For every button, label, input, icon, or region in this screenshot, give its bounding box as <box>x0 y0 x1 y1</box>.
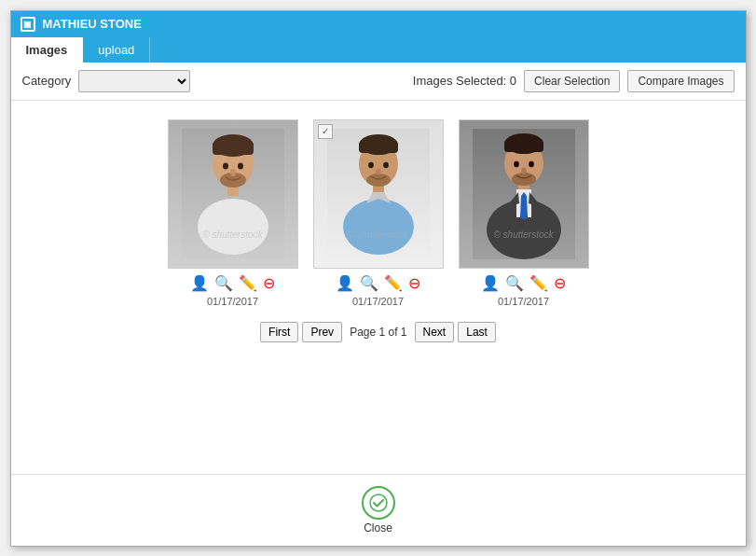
svg-point-31 <box>521 167 527 174</box>
close-button[interactable] <box>362 486 395 520</box>
delete-icon-3[interactable]: ⊖ <box>554 274 566 292</box>
image-frame-3[interactable]: © shutterstock <box>459 119 589 269</box>
images-selected-count: Images Selected: 0 <box>413 74 516 88</box>
window-icon: ▣ <box>21 17 35 32</box>
svg-point-5 <box>198 199 268 255</box>
person-icon-2[interactable]: 👤 <box>336 274 354 292</box>
delete-icon-1[interactable]: ⊖ <box>263 274 275 292</box>
svg-point-28 <box>514 160 519 166</box>
title-bar: ▣ MATHIEU STONE <box>11 11 746 37</box>
window-title: MATHIEU STONE <box>43 17 142 31</box>
category-label: Category <box>22 74 72 88</box>
image-frame-1[interactable]: © shutterstock <box>168 119 298 269</box>
svg-point-32 <box>370 494 387 511</box>
next-button[interactable]: Next <box>415 322 455 342</box>
person-icon-1[interactable]: 👤 <box>190 274 209 292</box>
image-date-1: 01/17/2017 <box>207 296 258 307</box>
svg-point-18 <box>366 174 391 187</box>
images-grid: © shutterstock 👤 🔍 ✏️ ⊖ 01/17/2017 <box>168 119 589 307</box>
main-content: © shutterstock 👤 🔍 ✏️ ⊖ 01/17/2017 <box>11 101 746 474</box>
svg-point-7 <box>238 162 243 169</box>
tab-bar: Images upload <box>11 37 746 63</box>
image-actions-2: 👤 🔍 ✏️ ⊖ <box>336 274 420 292</box>
checkbox-2[interactable]: ✓ <box>318 124 333 139</box>
zoom-icon-1[interactable]: 🔍 <box>214 274 233 292</box>
page-info: Page 1 of 1 <box>346 326 410 339</box>
image-date-2: 01/17/2017 <box>352 296 404 307</box>
svg-point-30 <box>512 173 536 186</box>
edit-icon-3[interactable]: ✏️ <box>529 274 548 292</box>
person-icon-3[interactable]: 👤 <box>481 274 500 292</box>
image-card-2: ✓ © shutterstock 👤 🔍 ✏️ ⊖ 01/17/2017 <box>313 119 444 307</box>
tab-images[interactable]: Images <box>11 37 84 63</box>
svg-rect-3 <box>213 142 254 155</box>
image-frame-2[interactable]: ✓ © shutterstock <box>313 119 444 269</box>
image-card-1: © shutterstock 👤 🔍 ✏️ ⊖ 01/17/2017 <box>168 119 298 307</box>
image-actions-1: 👤 🔍 ✏️ ⊖ <box>190 274 275 292</box>
svg-point-9 <box>230 169 236 176</box>
svg-point-15 <box>343 199 414 255</box>
image-card-3: © shutterstock 👤 🔍 ✏️ ⊖ 01/17/2017 <box>459 119 589 307</box>
image-actions-3: 👤 🔍 ✏️ ⊖ <box>481 274 566 292</box>
prev-button[interactable]: Prev <box>302 322 342 342</box>
last-button[interactable]: Last <box>458 322 496 342</box>
svg-rect-23 <box>504 141 543 152</box>
toolbar: Category Images Selected: 0 Clear Select… <box>11 63 746 101</box>
first-button[interactable]: First <box>260 322 298 342</box>
svg-point-6 <box>223 162 228 169</box>
svg-point-29 <box>529 160 534 166</box>
close-label: Close <box>364 521 392 535</box>
svg-point-16 <box>368 161 374 167</box>
tab-upload[interactable]: upload <box>83 37 150 63</box>
pagination: First Prev Page 1 of 1 Next Last <box>260 322 496 342</box>
delete-icon-2[interactable]: ⊖ <box>408 274 420 292</box>
edit-icon-1[interactable]: ✏️ <box>239 274 257 292</box>
svg-point-19 <box>376 168 381 174</box>
category-select[interactable] <box>78 70 190 92</box>
compare-images-button[interactable]: Compare Images <box>627 70 734 92</box>
svg-rect-13 <box>359 142 398 153</box>
image-date-3: 01/17/2017 <box>498 296 549 307</box>
zoom-icon-3[interactable]: 🔍 <box>505 274 524 292</box>
clear-selection-button[interactable]: Clear Selection <box>524 70 620 92</box>
main-window: ▣ MATHIEU STONE Images upload Category I… <box>10 10 747 547</box>
zoom-icon-2[interactable]: 🔍 <box>360 274 378 292</box>
toolbar-right: Images Selected: 0 Clear Selection Compa… <box>413 70 735 92</box>
edit-icon-2[interactable]: ✏️ <box>384 274 403 292</box>
footer: Close <box>11 474 746 546</box>
svg-marker-27 <box>520 192 528 220</box>
svg-point-17 <box>383 161 389 167</box>
close-button-container: Close <box>362 486 395 535</box>
